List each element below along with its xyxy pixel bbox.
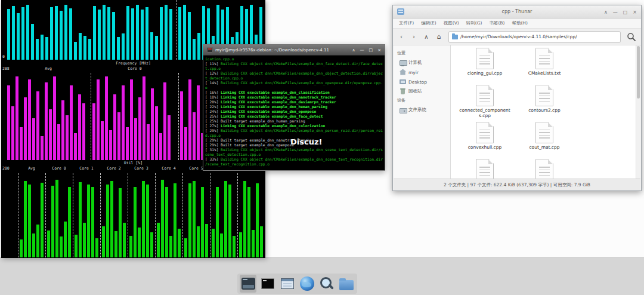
window-control-button[interactable]: × xyxy=(633,10,637,15)
graph-bar xyxy=(41,183,44,257)
document-icon xyxy=(476,122,494,143)
menu-item[interactable]: 编辑(E) xyxy=(417,20,440,26)
graph-bar xyxy=(101,121,104,160)
graph-bar xyxy=(155,106,158,160)
sidebar-item[interactable]: myir xyxy=(394,67,450,77)
file-item[interactable]: create_mask.cpp xyxy=(456,158,514,179)
file-item[interactable]: connected_components.cpp xyxy=(456,84,514,121)
core-label: Core 4 xyxy=(155,167,182,171)
graph-panel xyxy=(210,173,237,257)
window-control-button[interactable]: □ xyxy=(369,48,373,53)
scrollbar-thumb[interactable] xyxy=(637,46,640,99)
thunar-sidebar: 位置 计算机myirDesktop回收站 设备 文件系统 xyxy=(394,45,451,179)
graph-bar xyxy=(150,32,153,60)
file-item[interactable]: contours2.cpp xyxy=(515,84,574,121)
core-label: Avg xyxy=(18,167,45,171)
thunar-titlebar[interactable]: cpp - Thunar ∧—□× xyxy=(393,5,641,19)
terminal-line: o xyxy=(205,85,383,90)
dock xyxy=(237,274,357,294)
thunar-toolbar: ‹ › ∧ ⌂ /home/myir/Downloads/opencv-4.11… xyxy=(393,29,641,45)
sidebar-item[interactable]: 文件系统 xyxy=(394,105,450,115)
graph-bar xyxy=(134,187,137,257)
thunar-window[interactable]: cpp - Thunar ∧—□× 文件(F)编辑(E)视图(V)转到(G)书签… xyxy=(392,5,642,191)
sidebar-item-label: 回收站 xyxy=(408,88,422,94)
graph-gutter xyxy=(1,173,18,257)
search-button[interactable] xyxy=(625,30,638,44)
graph-bar xyxy=(193,39,196,60)
graph-bar xyxy=(122,85,125,160)
graph-bar xyxy=(163,82,166,160)
graph-bar xyxy=(233,236,236,257)
graph-bar xyxy=(141,10,144,60)
graph-bar xyxy=(212,229,215,257)
terminal-black-icon xyxy=(261,278,274,289)
file-name: cloning_gui.cpp xyxy=(456,71,514,76)
file-item[interactable]: cloning_gui.cpp xyxy=(456,47,514,84)
window-control-button[interactable]: — xyxy=(613,10,618,15)
file-item[interactable]: CMakeLists.txt xyxy=(515,47,574,84)
build-terminal-titlebar[interactable]: myir@myd-lr3576x-debian: ~/Downloads/ope… xyxy=(203,45,385,56)
thunar-main-area: 位置 计算机myirDesktop回收站 设备 文件系统 cloning_gui… xyxy=(394,45,640,179)
home-button[interactable]: ⌂ xyxy=(434,31,444,43)
file-item[interactable]: dbt_face_detection.cpp xyxy=(515,158,574,179)
file-item[interactable]: convexhull.cpp xyxy=(456,121,514,158)
sidebar-item[interactable]: Desktop xyxy=(394,77,450,87)
dock-item[interactable] xyxy=(259,275,276,293)
graph-bar xyxy=(252,230,255,257)
sidebar-item[interactable]: 回收站 xyxy=(394,87,450,96)
file-name: contours2.cpp xyxy=(515,108,574,113)
graph-panel xyxy=(182,173,210,257)
graph-bar xyxy=(36,91,39,160)
window-control-button[interactable]: × xyxy=(377,48,381,53)
graph-bar xyxy=(79,182,82,257)
graph-bar xyxy=(126,127,129,160)
menu-item[interactable]: 书签(B) xyxy=(485,20,508,26)
terminal-line: [ 16%] Linking CXX executable example_dn… xyxy=(205,90,383,95)
folder-icon xyxy=(452,35,458,39)
forward-button[interactable]: › xyxy=(408,31,419,43)
build-terminal-window[interactable]: myir@myd-lr3576x-debian: ~/Downloads/ope… xyxy=(203,44,385,171)
graph-bar xyxy=(113,94,116,160)
path-bar[interactable]: /home/myir/Downloads/opencv-4.11.0/sampl… xyxy=(448,31,621,43)
terminal-output[interactable]: ication.cpp.o[ 11%] Building CXX object … xyxy=(203,56,385,170)
graph-panel xyxy=(18,173,45,257)
menu-item[interactable]: 视图(V) xyxy=(440,20,463,26)
dock-item[interactable] xyxy=(318,275,335,293)
graph-bar xyxy=(50,7,53,60)
window-control-button[interactable]: ∧ xyxy=(352,48,355,53)
graph-bar xyxy=(224,181,227,257)
graph-bar xyxy=(184,238,187,257)
graph-bar xyxy=(24,181,27,257)
up-button[interactable]: ∧ xyxy=(421,31,432,43)
terminal-line: t_detection.cpp.o xyxy=(205,76,383,81)
window-control-button[interactable]: ∧ xyxy=(604,10,608,15)
dock-item[interactable] xyxy=(279,275,296,293)
graph-bar xyxy=(97,79,100,160)
thunar-icon xyxy=(397,8,404,15)
dock-item[interactable] xyxy=(299,275,315,293)
graph-bar xyxy=(123,223,126,257)
graph-panel xyxy=(73,173,100,257)
status-text: 2 个文件夹 | 97 个文件: 622.4 KiB (637,309 字节) … xyxy=(444,182,590,188)
graph-bar xyxy=(83,223,86,257)
scrollbar[interactable] xyxy=(636,45,640,179)
graph-bar xyxy=(98,10,101,60)
dock-item[interactable] xyxy=(338,275,355,293)
dock-item[interactable] xyxy=(240,275,256,293)
devices-header: 设备 xyxy=(394,96,450,105)
menu-item[interactable]: 文件(F) xyxy=(395,20,417,26)
magnifier-icon xyxy=(320,276,334,291)
sidebar-item-label: myir xyxy=(408,70,419,75)
graph-panel xyxy=(100,173,128,257)
window-control-button[interactable]: □ xyxy=(623,10,628,15)
file-item[interactable]: cout_mat.cpp xyxy=(515,121,574,158)
terminal-line: [ 25%] Linking CXX executable example_dn… xyxy=(205,114,383,119)
graph-bar xyxy=(47,231,50,257)
graph-panel xyxy=(237,173,265,257)
menu-item[interactable]: 帮助(H) xyxy=(508,20,531,26)
graph-bar xyxy=(79,33,82,60)
back-button[interactable]: ‹ xyxy=(396,31,407,43)
menu-item[interactable]: 转到(G) xyxy=(463,20,486,26)
window-control-button[interactable]: — xyxy=(360,48,364,53)
sidebar-item[interactable]: 计算机 xyxy=(394,58,450,67)
